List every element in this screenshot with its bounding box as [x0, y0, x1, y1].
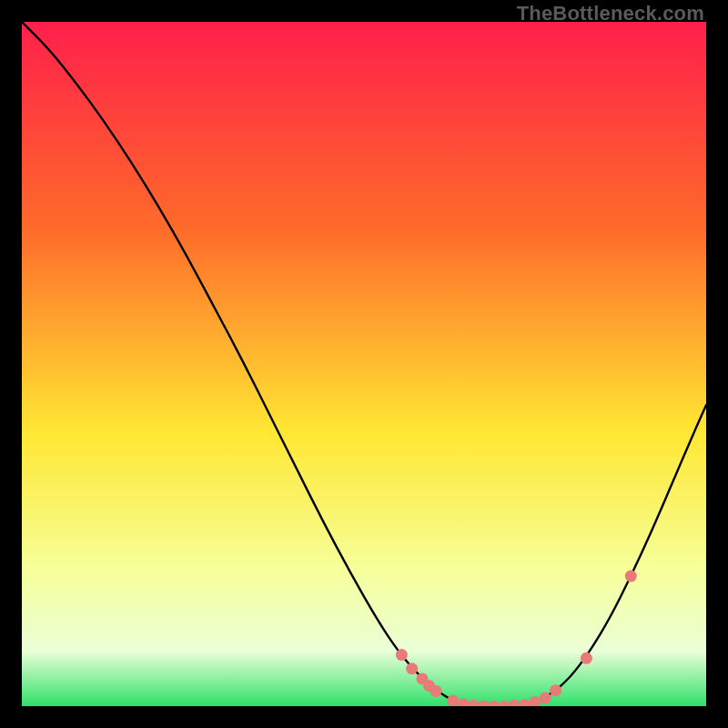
- data-point: [406, 662, 418, 674]
- data-point: [540, 692, 551, 703]
- data-point: [550, 684, 561, 696]
- data-point: [447, 694, 459, 706]
- data-point: [396, 649, 408, 661]
- data-point: [625, 571, 637, 582]
- watermark-text: TheBottleneck.com: [517, 2, 704, 25]
- chart-frame: [22, 22, 706, 706]
- bottleneck-chart: [22, 22, 706, 706]
- data-point: [581, 652, 592, 664]
- data-point: [430, 685, 441, 697]
- chart-background: [22, 22, 706, 706]
